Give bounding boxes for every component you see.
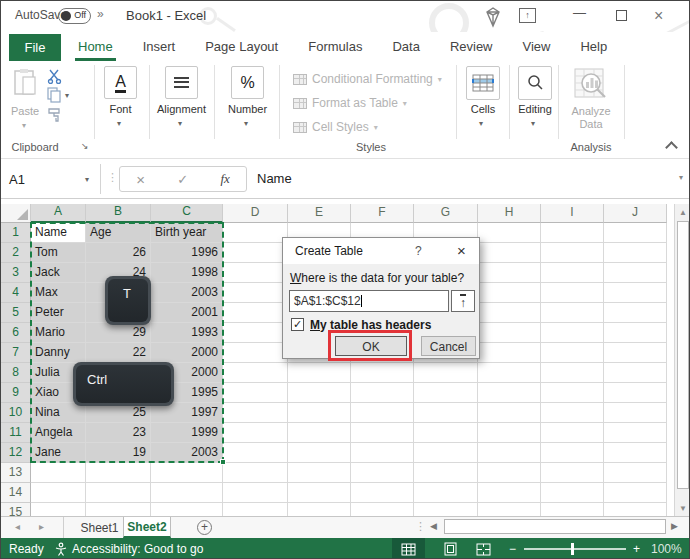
cell-C12[interactable]: 2003 [151,443,223,463]
cell-H11[interactable] [478,423,541,443]
number-dropdown-icon[interactable]: ▾ [244,119,248,128]
cell-D10[interactable] [223,403,288,423]
cell-F10[interactable] [351,403,414,423]
cell-B10[interactable]: 25 [86,403,151,423]
page-break-view-button[interactable] [467,538,500,559]
cell-E13[interactable] [288,463,351,483]
row-header-8[interactable]: 8 [1,363,31,383]
column-header-E[interactable]: E [288,204,351,223]
sheet-tab-sheet2[interactable]: Sheet2 [123,517,171,538]
cell-A4[interactable]: Max [31,283,86,303]
insert-function-icon[interactable]: fx [220,171,229,187]
cell-D11[interactable] [223,423,288,443]
cell-F15[interactable] [351,503,414,516]
cell-A5[interactable]: Peter [31,303,86,323]
row-header-2[interactable]: 2 [1,243,31,263]
sheet-prev-icon[interactable]: ◂ [15,521,20,532]
cell-C11[interactable]: 1999 [151,423,223,443]
cell-G15[interactable] [414,503,478,516]
cell-F11[interactable] [351,423,414,443]
cell-B12[interactable]: 19 [86,443,151,463]
cell-J1[interactable] [604,223,667,243]
select-all-corner[interactable] [1,204,31,223]
minimize-button[interactable]: — [573,5,586,20]
cell-J8[interactable] [604,363,667,383]
formula-bar-resize-dots[interactable]: ⋮ [107,171,118,184]
cell-H7[interactable] [478,343,541,363]
cell-D8[interactable] [223,363,288,383]
zoom-slider-thumb[interactable] [571,543,574,555]
cell-J11[interactable] [604,423,667,443]
cell-C7[interactable]: 2000 [151,343,223,363]
cell-C6[interactable]: 1993 [151,323,223,343]
cell-I13[interactable] [541,463,604,483]
cell-I7[interactable] [541,343,604,363]
cell-H2[interactable] [478,243,541,263]
cell-E12[interactable] [288,443,351,463]
maximize-button[interactable] [616,10,627,21]
paste-dropdown-icon[interactable]: ▾ [22,121,26,130]
column-header-J[interactable]: J [604,204,667,223]
editing-dropdown-icon[interactable]: ▾ [531,119,535,128]
cell-E11[interactable] [288,423,351,443]
cell-J4[interactable] [604,283,667,303]
cell-F8[interactable] [351,363,414,383]
cell-E10[interactable] [288,403,351,423]
cell-D6[interactable] [223,323,288,343]
cell-I14[interactable] [541,483,604,503]
column-header-A[interactable]: A [31,204,86,223]
vertical-scrollbar-thumb[interactable] [677,221,689,489]
cell-G14[interactable] [414,483,478,503]
cell-B7[interactable]: 22 [86,343,151,363]
cell-G13[interactable] [414,463,478,483]
normal-view-button[interactable] [392,538,425,559]
tab-scroll-splitter[interactable]: ⋮ [415,520,426,533]
cell-I5[interactable] [541,303,604,323]
zoom-slider-track[interactable] [524,548,626,550]
tab-review[interactable]: Review [435,32,508,61]
column-header-G[interactable]: G [414,204,478,223]
editing-button[interactable] [518,66,552,100]
cell-I6[interactable] [541,323,604,343]
paste-button[interactable]: Paste [7,105,43,117]
cell-F14[interactable] [351,483,414,503]
cell-H12[interactable] [478,443,541,463]
range-selector-button[interactable]: ↑ [451,290,475,312]
clipboard-dialog-launcher-icon[interactable]: ↘ [81,141,89,151]
cell-C1[interactable]: Birth year [151,223,223,243]
cell-G9[interactable] [414,383,478,403]
enter-entry-icon[interactable]: ✓ [177,172,188,187]
name-box[interactable]: A1 ▾ [1,164,101,194]
cell-D1[interactable] [223,223,288,243]
zoom-out-button[interactable]: − [509,542,516,556]
cell-F13[interactable] [351,463,414,483]
cell-A3[interactable]: Jack [31,263,86,283]
column-header-B[interactable]: B [86,204,151,223]
cell-B11[interactable]: 23 [86,423,151,443]
styles-item-format-as-table[interactable]: Format as Table▾ [293,95,407,111]
column-header-F[interactable]: F [351,204,414,223]
cell-B2[interactable]: 26 [86,243,151,263]
row-header-4[interactable]: 4 [1,283,31,303]
dialog-close-icon[interactable]: × [457,242,466,259]
column-header-D[interactable]: D [223,204,288,223]
cell-H9[interactable] [478,383,541,403]
cell-J6[interactable] [604,323,667,343]
cell-A2[interactable]: Tom [31,243,86,263]
row-header-6[interactable]: 6 [1,323,31,343]
cell-A15[interactable] [31,503,86,516]
font-button[interactable]: A [104,66,137,99]
cell-A10[interactable]: Nina [31,403,86,423]
cell-B1[interactable]: Age [86,223,151,243]
cell-D15[interactable] [223,503,288,516]
analyze-data-icon[interactable] [572,66,610,104]
cell-A7[interactable]: Danny [31,343,86,363]
tab-help[interactable]: Help [565,32,622,61]
cell-G8[interactable] [414,363,478,383]
cancel-entry-icon[interactable]: × [136,171,145,188]
name-box-dropdown-icon[interactable]: ▾ [85,175,89,184]
row-header-15[interactable]: 15 [1,503,31,516]
cell-H4[interactable] [478,283,541,303]
cell-C4[interactable]: 2003 [151,283,223,303]
column-header-C[interactable]: C [151,204,223,223]
